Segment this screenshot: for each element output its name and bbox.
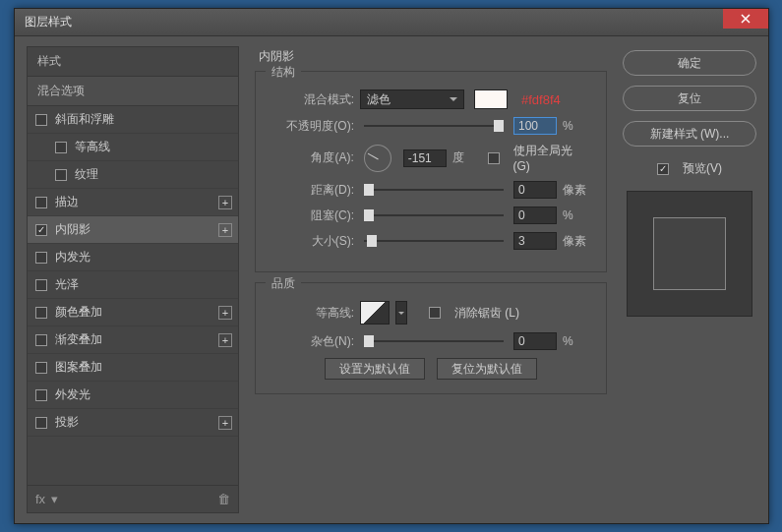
add-icon[interactable]: +: [218, 196, 232, 209]
style-checkbox[interactable]: [35, 417, 47, 429]
color-note: #fdf8f4: [521, 92, 561, 107]
style-item-2[interactable]: 纹理: [28, 161, 238, 189]
distance-label: 距离(D):: [270, 182, 354, 199]
layer-style-dialog: 图层样式 样式 混合选项 斜面和浮雕等高线纹理描边+内阴影+内发光光泽颜色叠加+…: [14, 8, 769, 524]
window-title: 图层样式: [25, 14, 723, 30]
size-unit: 像素: [563, 233, 592, 250]
slider-thumb[interactable]: [364, 184, 374, 196]
style-item-1[interactable]: 等高线: [28, 134, 238, 161]
style-checkbox[interactable]: [55, 169, 67, 181]
antialias-label: 消除锯齿 (L): [454, 305, 519, 322]
style-item-4[interactable]: 内阴影+: [28, 216, 238, 244]
style-checkbox[interactable]: [35, 114, 47, 126]
style-label: 内发光: [55, 249, 90, 266]
distance-input[interactable]: 0: [513, 181, 557, 199]
distance-unit: 像素: [563, 182, 592, 199]
style-checkbox[interactable]: [35, 334, 47, 346]
action-panel: 确定 复位 新建样式 (W)... 预览(V): [623, 46, 756, 513]
titlebar[interactable]: 图层样式: [15, 9, 768, 36]
size-input[interactable]: 3: [513, 232, 557, 250]
opacity-slider[interactable]: [364, 125, 504, 127]
make-default-button[interactable]: 设置为默认值: [325, 358, 425, 380]
style-item-9[interactable]: 图案叠加: [28, 354, 238, 382]
style-item-11[interactable]: 投影+: [28, 409, 238, 437]
settings-panel: 内阴影 结构 混合模式: 滤色 #fdf8f4 不透明度(O): 100 % 角…: [249, 46, 613, 513]
styles-header: 样式: [28, 47, 238, 76]
structure-legend: 结构: [266, 64, 301, 81]
opacity-input[interactable]: 100: [513, 117, 557, 135]
preview-label: 预览(V): [683, 160, 722, 177]
ok-button[interactable]: 确定: [623, 50, 756, 76]
noise-slider[interactable]: [364, 340, 504, 342]
noise-unit: %: [563, 334, 592, 348]
fx-icon[interactable]: fx: [35, 492, 45, 506]
style-label: 纹理: [75, 166, 98, 183]
close-button[interactable]: [723, 9, 768, 29]
style-label: 等高线: [75, 139, 110, 155]
contour-dropdown[interactable]: [395, 301, 407, 325]
style-item-6[interactable]: 光泽: [28, 271, 238, 299]
preview-swatch: [653, 217, 726, 290]
slider-thumb[interactable]: [367, 235, 377, 247]
styles-panel: 样式 混合选项 斜面和浮雕等高线纹理描边+内阴影+内发光光泽颜色叠加+渐变叠加+…: [27, 46, 239, 513]
blend-mode-label: 混合模式:: [270, 91, 354, 108]
style-item-3[interactable]: 描边+: [28, 189, 238, 216]
color-swatch[interactable]: [474, 89, 508, 109]
size-slider[interactable]: [364, 240, 504, 242]
style-item-5[interactable]: 内发光: [28, 244, 238, 271]
style-checkbox[interactable]: [35, 279, 47, 291]
noise-input[interactable]: 0: [513, 332, 557, 350]
add-icon[interactable]: +: [218, 416, 232, 430]
style-checkbox[interactable]: [55, 142, 67, 153]
contour-label: 等高线:: [270, 305, 354, 322]
choke-slider[interactable]: [364, 214, 504, 216]
styles-footer: fx ▾ 🗑: [28, 485, 238, 512]
noise-label: 杂色(N):: [270, 333, 354, 350]
quality-legend: 品质: [266, 275, 301, 292]
style-checkbox[interactable]: [35, 197, 47, 208]
style-label: 斜面和浮雕: [55, 111, 114, 128]
trash-icon[interactable]: 🗑: [217, 492, 230, 506]
style-label: 外发光: [55, 386, 90, 403]
distance-slider[interactable]: [364, 189, 504, 191]
antialias-checkbox[interactable]: [429, 307, 441, 319]
angle-input[interactable]: -151: [403, 149, 447, 167]
opacity-label: 不透明度(O):: [270, 118, 354, 135]
angle-label: 角度(A):: [270, 149, 354, 166]
blending-options[interactable]: 混合选项: [28, 76, 238, 106]
reset-default-button[interactable]: 复位为默认值: [437, 358, 537, 380]
cancel-button[interactable]: 复位: [623, 86, 756, 111]
style-label: 图案叠加: [55, 359, 102, 376]
style-item-8[interactable]: 渐变叠加+: [28, 326, 238, 354]
global-light-label: 使用全局光 (G): [513, 143, 592, 173]
style-checkbox[interactable]: [35, 362, 47, 374]
style-label: 渐变叠加: [55, 331, 102, 348]
slider-thumb[interactable]: [494, 120, 504, 132]
style-label: 投影: [55, 414, 79, 431]
preview-checkbox[interactable]: [657, 163, 669, 175]
slider-thumb[interactable]: [364, 209, 374, 221]
choke-input[interactable]: 0: [513, 207, 557, 224]
add-icon[interactable]: +: [218, 306, 232, 320]
choke-unit: %: [563, 208, 592, 222]
contour-picker[interactable]: [360, 301, 390, 325]
style-checkbox[interactable]: [35, 307, 47, 319]
add-icon[interactable]: +: [218, 333, 232, 347]
style-checkbox[interactable]: [35, 389, 47, 401]
blend-mode-select[interactable]: 滤色: [360, 89, 464, 109]
add-icon[interactable]: +: [218, 223, 232, 237]
style-checkbox[interactable]: [35, 252, 47, 264]
style-list: 斜面和浮雕等高线纹理描边+内阴影+内发光光泽颜色叠加+渐变叠加+图案叠加外发光投…: [28, 106, 238, 485]
style-checkbox[interactable]: [35, 224, 47, 236]
slider-thumb[interactable]: [364, 335, 374, 347]
style-item-0[interactable]: 斜面和浮雕: [28, 106, 238, 134]
style-label: 光泽: [55, 276, 79, 293]
style-item-7[interactable]: 颜色叠加+: [28, 299, 238, 326]
global-light-checkbox[interactable]: [488, 152, 500, 164]
angle-unit: 度: [452, 149, 482, 166]
style-item-10[interactable]: 外发光: [28, 382, 238, 409]
chevron-down-icon[interactable]: ▾: [51, 492, 58, 506]
angle-dial[interactable]: [364, 145, 391, 172]
style-label: 描边: [55, 194, 79, 210]
new-style-button[interactable]: 新建样式 (W)...: [623, 121, 756, 147]
